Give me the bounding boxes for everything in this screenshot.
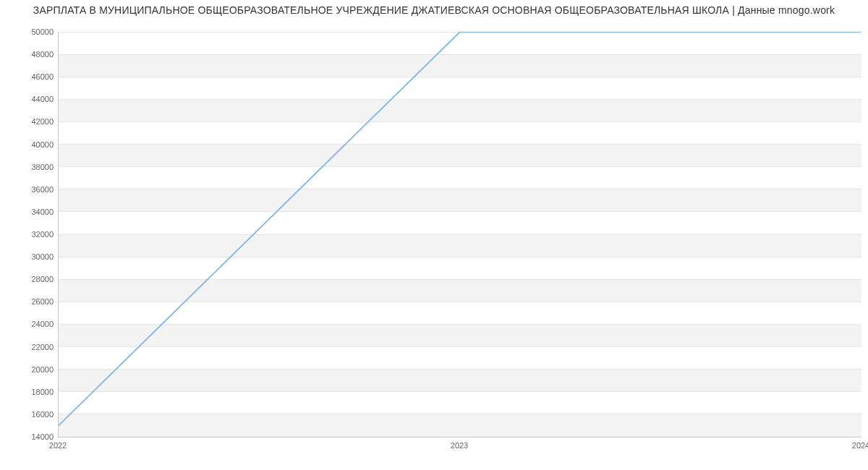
y-tick-label: 36000 (10, 185, 54, 194)
y-tick-label: 32000 (10, 230, 54, 239)
y-tick-label: 44000 (10, 95, 54, 103)
y-tick-label: 30000 (10, 252, 54, 261)
y-tick-label: 18000 (10, 388, 54, 396)
y-tick-label: 14000 (10, 432, 54, 441)
y-tick-label: 28000 (10, 275, 54, 283)
y-tick-label: 38000 (10, 163, 54, 171)
y-tick-label: 42000 (10, 117, 54, 126)
y-tick-label: 20000 (10, 365, 54, 374)
y-tick-label: 48000 (10, 50, 54, 59)
chart-title: ЗАРПЛАТА В МУНИЦИПАЛЬНОЕ ОБЩЕОБРАЗОВАТЕЛ… (0, 4, 868, 16)
y-tick-label: 34000 (10, 208, 54, 216)
y-tick-label: 50000 (10, 27, 54, 36)
y-tick-label: 26000 (10, 297, 54, 306)
y-tick-label: 16000 (10, 410, 54, 419)
plot-area (58, 32, 861, 437)
x-tick-label: 2024 (852, 441, 868, 450)
y-tick-label: 46000 (10, 72, 54, 81)
y-tick-label: 40000 (10, 140, 54, 149)
y-tick-label: 24000 (10, 320, 54, 328)
line-series (59, 32, 861, 437)
x-tick-label: 2023 (451, 441, 468, 450)
line-chart: ЗАРПЛАТА В МУНИЦИПАЛЬНОЕ ОБЩЕОБРАЗОВАТЕЛ… (0, 0, 868, 470)
x-tick-label: 2022 (49, 441, 67, 450)
y-tick-label: 22000 (10, 343, 54, 351)
